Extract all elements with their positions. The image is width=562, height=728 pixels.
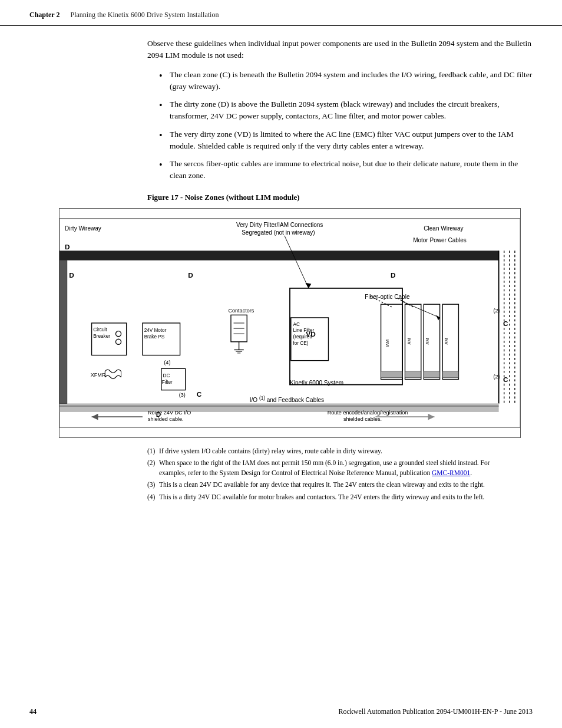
svg-text:IAM: IAM: [385, 339, 390, 347]
footnote-4: (4) This is a dirty 24V DC available for…: [147, 492, 509, 502]
figure-diagram: Dirty Wireway Very Dirty Filter/IAM Conn…: [59, 208, 521, 438]
svg-rect-68: [405, 371, 421, 377]
svg-text:Circuit: Circuit: [93, 327, 107, 332]
svg-text:Very Dirty Filter/IAM Connecti: Very Dirty Filter/IAM Connections: [236, 222, 323, 228]
main-content: Observe these guidelines when individual…: [0, 26, 562, 516]
footnote-1: (1) If drive system I/O cable contains (…: [147, 446, 509, 456]
svg-rect-69: [424, 371, 439, 377]
svg-text:(3): (3): [179, 392, 186, 398]
svg-text:(2): (2): [494, 307, 500, 313]
svg-text:D: D: [69, 271, 74, 279]
svg-text:C: C: [503, 319, 508, 327]
svg-text:AM: AM: [444, 338, 449, 344]
bullet-list: The clean zone (C) is beneath the Bullet…: [159, 69, 533, 182]
svg-text:AM: AM: [425, 338, 430, 344]
svg-text:Contactors: Contactors: [228, 307, 254, 313]
svg-text:Line Filter: Line Filter: [293, 328, 314, 333]
svg-text:C: C: [197, 390, 202, 398]
footnote-text-3: This is a clean 24V DC available for any…: [159, 480, 485, 490]
gmc-rm001-link[interactable]: GMC-RM001: [432, 469, 470, 476]
svg-text:Clean Wireway: Clean Wireway: [424, 225, 463, 231]
footnote-num-2: (2): [147, 458, 159, 468]
svg-text:AC: AC: [293, 321, 299, 327]
footnote-3: (3) This is a clean 24V DC available for…: [147, 480, 509, 490]
footnote-num-1: (1): [147, 446, 159, 456]
svg-rect-67: [381, 371, 402, 377]
svg-rect-12: [59, 403, 499, 412]
bullet-item-4: The sercos fiber-optic cables are immune…: [159, 158, 533, 182]
svg-rect-70: [442, 371, 458, 377]
footnote-text-4: This is a dirty 24V DC available for mot…: [159, 492, 485, 502]
svg-text:Segregated (not in wireway): Segregated (not in wireway): [242, 229, 315, 235]
svg-text:Fiber-optic Cable: Fiber-optic Cable: [365, 294, 410, 300]
svg-rect-7: [59, 251, 499, 260]
bullet-item-1: The clean zone (C) is beneath the Bullet…: [159, 69, 533, 93]
bullet-item-3: The very dirty zone (VD) is limited to w…: [159, 129, 533, 153]
svg-text:D: D: [65, 243, 70, 251]
svg-text:C: C: [503, 375, 508, 384]
svg-text:Brake PS: Brake PS: [144, 334, 165, 340]
svg-text:AM: AM: [406, 338, 412, 344]
footnotes: (1) If drive system I/O cable contains (…: [147, 446, 509, 502]
footnote-text-2: When space to the right of the IAM does …: [159, 458, 509, 479]
svg-text:Dirty Wireway: Dirty Wireway: [65, 225, 101, 231]
svg-text:(required: (required: [293, 334, 312, 340]
footnote-2: (2) When space to the right of the IAM d…: [147, 458, 509, 479]
svg-text:D: D: [188, 271, 193, 279]
svg-text:D: D: [391, 271, 396, 279]
figure-caption: Figure 17 - Noise Zones (without LIM mod…: [147, 193, 533, 202]
svg-text:for CE): for CE): [293, 341, 308, 346]
svg-text:Filter: Filter: [162, 379, 173, 384]
page-container: Chapter 2 Planning the Kinetix 6000 Driv…: [0, 0, 562, 728]
svg-text:XFMR: XFMR: [91, 371, 106, 377]
page-header: Chapter 2 Planning the Kinetix 6000 Driv…: [0, 0, 562, 26]
svg-text:Breaker: Breaker: [93, 333, 110, 338]
svg-text:Kinetix 6000 System: Kinetix 6000 System: [290, 379, 343, 386]
svg-text:(4): (4): [164, 360, 170, 365]
page-number: 44: [29, 707, 37, 716]
svg-text:DC: DC: [163, 373, 170, 378]
bullet-item-2: The dirty zone (D) is above the Bulletin…: [159, 98, 533, 123]
publication-info: Rockwell Automation Publication 2094-UM0…: [338, 707, 533, 716]
svg-text:(2): (2): [494, 373, 500, 379]
footnote-text-1: If drive system I/O cable contains (dirt…: [159, 446, 382, 456]
svg-text:Route encoder/analog/registrat: Route encoder/analog/registration: [328, 410, 408, 416]
footnote-num-4: (4): [147, 492, 159, 502]
svg-text:shielded cables.: shielded cables.: [343, 416, 382, 422]
intro-paragraph: Observe these guidelines when individual…: [147, 38, 533, 62]
header-subtitle: Planning the Kinetix 6000 Drive System I…: [70, 11, 219, 19]
svg-text:Motor Power Cables: Motor Power Cables: [413, 236, 467, 243]
svg-text:shielded cable.: shielded cable.: [148, 416, 184, 422]
svg-text:Route 24V DC I/O: Route 24V DC I/O: [148, 410, 191, 416]
svg-rect-13: [59, 260, 67, 403]
footnote-num-3: (3): [147, 480, 159, 490]
chapter-label: Chapter 2: [29, 11, 59, 19]
svg-text:24V Motor: 24V Motor: [144, 328, 167, 333]
diagram-svg: Dirty Wireway Very Dirty Filter/IAM Conn…: [59, 209, 520, 437]
page-footer: 44 Rockwell Automation Publication 2094-…: [0, 707, 562, 716]
